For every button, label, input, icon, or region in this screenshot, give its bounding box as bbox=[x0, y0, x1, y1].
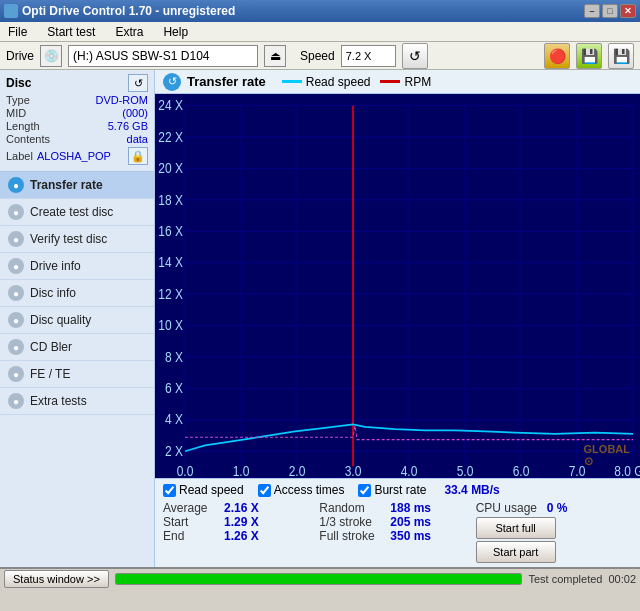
nav-label-extra-tests: Extra tests bbox=[30, 394, 87, 408]
toolbar-btn-1[interactable]: 🔴 bbox=[544, 43, 570, 69]
speed-select[interactable]: 7.2 X bbox=[341, 45, 396, 67]
disc-mid-value: (000) bbox=[122, 107, 148, 119]
maximize-button[interactable]: □ bbox=[602, 4, 618, 18]
menu-start-test[interactable]: Start test bbox=[43, 24, 99, 40]
end-value: 1.26 X bbox=[224, 529, 279, 543]
menu-file[interactable]: File bbox=[4, 24, 31, 40]
disc-label-key: Label bbox=[6, 150, 33, 162]
full-stroke-value: 350 ms bbox=[390, 529, 431, 543]
avg-label: Average bbox=[163, 501, 218, 515]
random-value: 188 ms bbox=[390, 501, 431, 515]
disc-refresh-button[interactable]: ↺ bbox=[128, 74, 148, 92]
title-bar: Opti Drive Control 1.70 - unregistered –… bbox=[0, 0, 640, 22]
legend-rpm-label: RPM bbox=[404, 75, 431, 89]
svg-text:10 X: 10 X bbox=[158, 317, 183, 333]
nav-label-fe-te: FE / TE bbox=[30, 367, 70, 381]
svg-text:5.0: 5.0 bbox=[457, 463, 474, 478]
nav-item-drive-info[interactable]: ● Drive info bbox=[0, 253, 154, 280]
cpu-value: 0 % bbox=[547, 501, 568, 515]
svg-text:4 X: 4 X bbox=[165, 412, 183, 428]
nav-item-disc-info[interactable]: ● Disc info bbox=[0, 280, 154, 307]
disc-length-label: Length bbox=[6, 120, 40, 132]
content-area: ↺ Transfer rate Read speed RPM bbox=[155, 70, 640, 567]
svg-text:16 X: 16 X bbox=[158, 223, 183, 239]
menu-extra[interactable]: Extra bbox=[111, 24, 147, 40]
nav-label-transfer-rate: Transfer rate bbox=[30, 178, 103, 192]
stroke13-value: 205 ms bbox=[390, 515, 431, 529]
drive-icon: 💿 bbox=[40, 45, 62, 67]
drive-info-icon: ● bbox=[8, 258, 24, 274]
nav-item-transfer-rate[interactable]: ● Transfer rate bbox=[0, 172, 154, 199]
nav-item-disc-quality[interactable]: ● Disc quality bbox=[0, 307, 154, 334]
disc-info-icon: ● bbox=[8, 285, 24, 301]
checkbox-burst-rate[interactable]: Burst rate bbox=[358, 483, 426, 497]
svg-text:6.0: 6.0 bbox=[513, 463, 530, 478]
status-window-button[interactable]: Status window >> bbox=[4, 570, 109, 588]
svg-text:12 X: 12 X bbox=[158, 286, 183, 302]
svg-text:0.0: 0.0 bbox=[177, 463, 194, 478]
progress-bar-container bbox=[115, 573, 523, 585]
speed-label: Speed bbox=[300, 49, 335, 63]
full-stroke-label: Full stroke bbox=[319, 529, 384, 543]
minimize-button[interactable]: – bbox=[584, 4, 600, 18]
svg-text:6 X: 6 X bbox=[165, 380, 183, 396]
nav-label-disc-info: Disc info bbox=[30, 286, 76, 300]
checkbox-access-times[interactable]: Access times bbox=[258, 483, 345, 497]
nav-item-create-test-disc[interactable]: ● Create test disc bbox=[0, 199, 154, 226]
disc-contents-value: data bbox=[127, 133, 148, 145]
create-test-disc-icon: ● bbox=[8, 204, 24, 220]
svg-rect-0 bbox=[155, 94, 640, 478]
cpu-label: CPU usage bbox=[476, 501, 541, 515]
stats-bar: Read speed Access times Burst rate 33.4 … bbox=[155, 478, 640, 567]
chart-area: 24 X 22 X 20 X 18 X 16 X 14 X 12 X 10 X … bbox=[155, 94, 640, 478]
disc-type-value: DVD-ROM bbox=[95, 94, 148, 106]
start-full-button[interactable]: Start full bbox=[476, 517, 556, 539]
checkbox-read-speed[interactable]: Read speed bbox=[163, 483, 244, 497]
legend-rpm-color bbox=[380, 80, 400, 83]
eject-button[interactable]: ⏏ bbox=[264, 45, 286, 67]
drive-label: Drive bbox=[6, 49, 34, 63]
svg-text:1.0: 1.0 bbox=[233, 463, 250, 478]
close-button[interactable]: ✕ bbox=[620, 4, 636, 18]
toolbar-btn-2[interactable]: 💾 bbox=[576, 43, 602, 69]
start-label: Start bbox=[163, 515, 218, 529]
nav-label-drive-info: Drive info bbox=[30, 259, 81, 273]
content-header: ↺ Transfer rate Read speed RPM bbox=[155, 70, 640, 94]
app-title: Opti Drive Control 1.70 - unregistered bbox=[22, 4, 235, 18]
svg-text:4.0: 4.0 bbox=[401, 463, 418, 478]
end-label: End bbox=[163, 529, 218, 543]
status-time: 00:02 bbox=[608, 573, 636, 585]
svg-text:20 X: 20 X bbox=[158, 160, 183, 176]
progress-bar-fill bbox=[116, 574, 522, 584]
drive-bar: Drive 💿 (H:) ASUS SBW-S1 D104 ⏏ Speed 7.… bbox=[0, 42, 640, 70]
nav-item-verify-test-disc[interactable]: ● Verify test disc bbox=[0, 226, 154, 253]
disc-mid-label: MID bbox=[6, 107, 26, 119]
start-part-button[interactable]: Start part bbox=[476, 541, 556, 563]
status-bar: Status window >> Test completed 00:02 bbox=[0, 567, 640, 589]
nav-label-cd-bler: CD Bler bbox=[30, 340, 72, 354]
svg-text:8 X: 8 X bbox=[165, 349, 183, 365]
sidebar: Disc ↺ Type DVD-ROM MID (000) Length 5.7… bbox=[0, 70, 155, 567]
nav-item-fe-te[interactable]: ● FE / TE bbox=[0, 361, 154, 388]
extra-tests-icon: ● bbox=[8, 393, 24, 409]
refresh-content-icon[interactable]: ↺ bbox=[163, 73, 181, 91]
cd-bler-icon: ● bbox=[8, 339, 24, 355]
chart-svg: 24 X 22 X 20 X 18 X 16 X 14 X 12 X 10 X … bbox=[155, 94, 640, 478]
drive-select[interactable]: (H:) ASUS SBW-S1 D104 bbox=[68, 45, 258, 67]
disc-quality-icon: ● bbox=[8, 312, 24, 328]
svg-text:14 X: 14 X bbox=[158, 255, 183, 271]
avg-value: 2.16 X bbox=[224, 501, 279, 515]
nav-item-extra-tests[interactable]: ● Extra tests bbox=[0, 388, 154, 415]
fe-te-icon: ● bbox=[8, 366, 24, 382]
disc-section: Disc ↺ Type DVD-ROM MID (000) Length 5.7… bbox=[0, 70, 154, 172]
refresh-button[interactable]: ↺ bbox=[402, 43, 428, 69]
svg-text:8.0 GB: 8.0 GB bbox=[614, 463, 640, 478]
nav-item-cd-bler[interactable]: ● CD Bler bbox=[0, 334, 154, 361]
svg-text:22 X: 22 X bbox=[158, 129, 183, 145]
verify-test-disc-icon: ● bbox=[8, 231, 24, 247]
menu-help[interactable]: Help bbox=[159, 24, 192, 40]
disc-label-icon[interactable]: 🔒 bbox=[128, 147, 148, 165]
svg-text:2.0: 2.0 bbox=[289, 463, 306, 478]
disc-type-label: Type bbox=[6, 94, 30, 106]
save-button[interactable]: 💾 bbox=[608, 43, 634, 69]
